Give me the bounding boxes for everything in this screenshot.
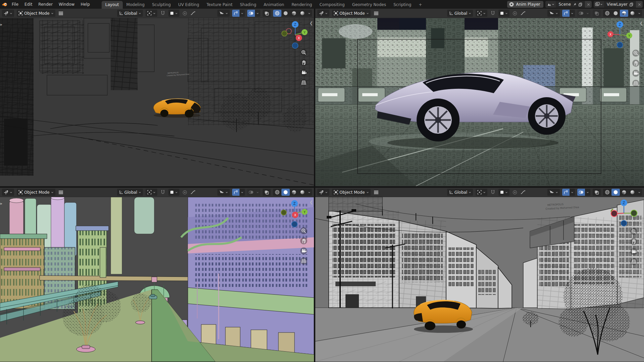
snap-toggle[interactable] — [490, 190, 496, 195]
viewlayer-name-field[interactable]: ViewLayer — [604, 1, 636, 8]
toolbar-open-chevron[interactable]: ▸ — [0, 22, 2, 27]
transform-orientation-dropdown[interactable]: Global — [447, 10, 473, 17]
orthographic-grid-button[interactable] — [630, 258, 637, 265]
viewlayer-remove-button[interactable] — [636, 1, 643, 8]
tab-compositing[interactable]: Compositing — [316, 1, 348, 9]
shading-solid-button[interactable] — [611, 189, 620, 196]
editor-type-dropdown[interactable] — [2, 10, 14, 17]
new-copy-icon[interactable] — [579, 3, 582, 6]
shading-wireframe-button[interactable] — [603, 10, 611, 17]
menu-file[interactable]: File — [9, 0, 21, 9]
tab-texture-paint[interactable]: Texture Paint — [203, 1, 236, 9]
overlays-toggle[interactable] — [247, 189, 260, 196]
shading-material-button[interactable] — [620, 10, 628, 17]
axis-navigation-gizmo[interactable]: Z X Y — [280, 198, 311, 229]
object-visibility-dropdown[interactable] — [547, 10, 560, 17]
snap-with-dropdown[interactable] — [498, 189, 509, 196]
menu-help[interactable]: Help — [77, 0, 93, 9]
overlays-toggle[interactable] — [247, 10, 260, 17]
shading-material-button[interactable] — [620, 189, 628, 196]
car-object-orange[interactable] — [154, 99, 201, 118]
overlays-toggle[interactable] — [577, 189, 590, 196]
shading-solid-button[interactable] — [611, 10, 620, 17]
proportional-editing-toggle[interactable] — [512, 11, 518, 16]
axis-navigation-gizmo[interactable]: Z — [608, 197, 639, 228]
overlays-toggle[interactable] — [577, 10, 590, 17]
gizmos-toggle[interactable] — [562, 10, 575, 17]
shading-wireframe-button[interactable] — [603, 189, 611, 196]
orthographic-grid-button[interactable] — [632, 80, 639, 87]
camera-view-button[interactable] — [630, 248, 637, 255]
snap-toggle[interactable] — [160, 11, 166, 16]
pan-hand-button[interactable] — [632, 60, 639, 67]
transform-orientation-dropdown[interactable]: Global — [447, 189, 473, 196]
sidebar-open-chevron[interactable]: ❮ — [640, 21, 643, 25]
tab-modeling[interactable]: Modeling — [123, 1, 149, 9]
view-menu-button[interactable] — [58, 190, 64, 194]
mode-dropdown[interactable]: Object Mode — [332, 189, 371, 196]
car-object-orange[interactable] — [414, 300, 473, 333]
viewport-canvas-bottom-right[interactable]: METROPOLIS Created by Mohamed Diaa ❮ — [315, 197, 644, 362]
shading-material-button[interactable] — [290, 10, 298, 17]
shading-material-button[interactable] — [290, 189, 298, 196]
proportional-editing-toggle[interactable] — [182, 11, 187, 16]
proportional-editing-toggle[interactable] — [512, 190, 518, 195]
tab-scripting[interactable]: Scripting — [390, 1, 415, 9]
proportional-falloff-dropdown[interactable] — [520, 11, 526, 15]
pin-icon[interactable] — [573, 3, 577, 6]
transform-orientation-dropdown[interactable]: Global — [117, 10, 143, 17]
axis-navigation-gizmo[interactable]: Z X Y — [604, 18, 635, 49]
sidebar-open-chevron[interactable]: ❮ — [640, 200, 643, 204]
proportional-falloff-dropdown[interactable] — [520, 190, 526, 194]
snap-toggle[interactable] — [490, 11, 496, 16]
xray-toggle[interactable] — [263, 189, 271, 196]
view-menu-button[interactable] — [58, 11, 64, 15]
mode-dropdown[interactable]: Object Mode — [332, 10, 371, 17]
xray-toggle[interactable] — [593, 10, 601, 17]
pivot-point-dropdown[interactable] — [146, 189, 157, 196]
shading-wireframe-button[interactable] — [273, 189, 281, 196]
view-menu-button[interactable] — [373, 190, 379, 194]
shading-dropdown[interactable] — [307, 191, 312, 194]
proportional-falloff-dropdown[interactable] — [190, 190, 196, 194]
menu-window[interactable]: Window — [56, 0, 77, 9]
tab-sculpting[interactable]: Sculpting — [148, 1, 174, 9]
pivot-point-dropdown[interactable] — [476, 189, 487, 196]
viewport-canvas-bottom-left[interactable]: ▸ ❮ Z X Y — [0, 197, 314, 362]
scene-name-field[interactable]: Scene — [556, 1, 585, 8]
editor-type-dropdown[interactable] — [317, 189, 329, 196]
snap-with-dropdown[interactable] — [168, 10, 179, 17]
menu-render[interactable]: Render — [35, 0, 56, 9]
editor-type-dropdown[interactable] — [317, 10, 329, 17]
orthographic-grid-button[interactable] — [300, 257, 307, 264]
zoom-tool-button[interactable] — [632, 50, 639, 57]
anim-player-button[interactable]: Anim Player — [507, 1, 543, 8]
shading-rendered-button[interactable] — [298, 10, 307, 17]
mode-dropdown[interactable]: Object Mode — [17, 10, 55, 17]
viewlayer-dropdown[interactable] — [594, 1, 604, 8]
shading-rendered-button[interactable] — [298, 189, 307, 196]
shading-solid-button[interactable] — [281, 10, 290, 17]
blender-logo-icon[interactable] — [0, 0, 9, 9]
proportional-falloff-dropdown[interactable] — [190, 11, 196, 15]
camera-view-button[interactable] — [300, 247, 307, 254]
pan-hand-button[interactable] — [300, 59, 307, 66]
gizmos-toggle[interactable] — [562, 189, 575, 196]
camera-view-button[interactable] — [632, 70, 639, 77]
shading-rendered-button[interactable] — [628, 10, 637, 17]
object-visibility-dropdown[interactable] — [217, 10, 230, 17]
tab-uv-editing[interactable]: UV Editing — [174, 1, 203, 9]
gizmos-toggle[interactable] — [232, 189, 245, 196]
object-visibility-dropdown[interactable] — [547, 189, 560, 196]
xray-toggle[interactable] — [593, 189, 601, 196]
scene-datablock-dropdown[interactable] — [545, 1, 556, 8]
tab-geometry-nodes[interactable]: Geometry Nodes — [348, 1, 390, 9]
tab-animation[interactable]: Animation — [260, 1, 288, 9]
view-menu-button[interactable] — [373, 11, 379, 15]
shading-wireframe-button[interactable] — [273, 10, 281, 17]
xray-toggle[interactable] — [263, 10, 271, 17]
pan-hand-button[interactable] — [300, 237, 307, 244]
axis-navigation-gizmo[interactable]: Z Y X — [280, 19, 311, 50]
object-visibility-dropdown[interactable] — [217, 189, 230, 196]
viewport-canvas-top-left[interactable]: METROPOLIS Created by Mohamed Diaa ▸ ❮ — [0, 18, 314, 186]
